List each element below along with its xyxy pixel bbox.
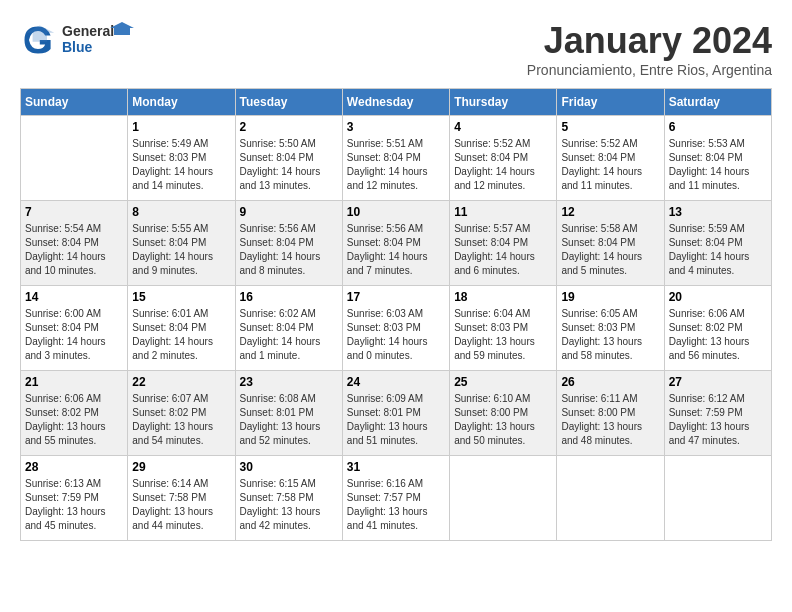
day-info: Sunrise: 5:56 AMSunset: 8:04 PMDaylight:… — [347, 222, 445, 278]
calendar-cell — [557, 456, 664, 541]
day-number: 16 — [240, 290, 338, 304]
day-info: Sunrise: 6:06 AMSunset: 8:02 PMDaylight:… — [25, 392, 123, 448]
day-info: Sunrise: 5:53 AMSunset: 8:04 PMDaylight:… — [669, 137, 767, 193]
day-info: Sunrise: 5:52 AMSunset: 8:04 PMDaylight:… — [561, 137, 659, 193]
week-row-3: 14Sunrise: 6:00 AMSunset: 8:04 PMDayligh… — [21, 286, 772, 371]
calendar-cell: 4Sunrise: 5:52 AMSunset: 8:04 PMDaylight… — [450, 116, 557, 201]
week-row-5: 28Sunrise: 6:13 AMSunset: 7:59 PMDayligh… — [21, 456, 772, 541]
day-number: 5 — [561, 120, 659, 134]
weekday-header-monday: Monday — [128, 89, 235, 116]
month-title: January 2024 — [527, 20, 772, 62]
calendar-cell: 23Sunrise: 6:08 AMSunset: 8:01 PMDayligh… — [235, 371, 342, 456]
location: Pronunciamiento, Entre Rios, Argentina — [527, 62, 772, 78]
day-info: Sunrise: 5:49 AMSunset: 8:03 PMDaylight:… — [132, 137, 230, 193]
day-number: 10 — [347, 205, 445, 219]
logo-icon — [20, 22, 56, 58]
day-number: 3 — [347, 120, 445, 134]
calendar-cell: 24Sunrise: 6:09 AMSunset: 8:01 PMDayligh… — [342, 371, 449, 456]
calendar-cell: 20Sunrise: 6:06 AMSunset: 8:02 PMDayligh… — [664, 286, 771, 371]
day-number: 31 — [347, 460, 445, 474]
calendar-cell: 8Sunrise: 5:55 AMSunset: 8:04 PMDaylight… — [128, 201, 235, 286]
day-number: 7 — [25, 205, 123, 219]
day-number: 15 — [132, 290, 230, 304]
day-number: 20 — [669, 290, 767, 304]
day-number: 4 — [454, 120, 552, 134]
day-info: Sunrise: 5:59 AMSunset: 8:04 PMDaylight:… — [669, 222, 767, 278]
calendar-cell: 22Sunrise: 6:07 AMSunset: 8:02 PMDayligh… — [128, 371, 235, 456]
calendar-cell — [450, 456, 557, 541]
calendar-cell: 14Sunrise: 6:00 AMSunset: 8:04 PMDayligh… — [21, 286, 128, 371]
day-number: 28 — [25, 460, 123, 474]
calendar-cell: 27Sunrise: 6:12 AMSunset: 7:59 PMDayligh… — [664, 371, 771, 456]
calendar-cell: 9Sunrise: 5:56 AMSunset: 8:04 PMDaylight… — [235, 201, 342, 286]
week-row-1: 1Sunrise: 5:49 AMSunset: 8:03 PMDaylight… — [21, 116, 772, 201]
calendar-cell: 1Sunrise: 5:49 AMSunset: 8:03 PMDaylight… — [128, 116, 235, 201]
weekday-header-tuesday: Tuesday — [235, 89, 342, 116]
day-info: Sunrise: 6:11 AMSunset: 8:00 PMDaylight:… — [561, 392, 659, 448]
day-number: 8 — [132, 205, 230, 219]
calendar-cell: 17Sunrise: 6:03 AMSunset: 8:03 PMDayligh… — [342, 286, 449, 371]
day-number: 11 — [454, 205, 552, 219]
calendar-cell — [21, 116, 128, 201]
calendar-cell: 30Sunrise: 6:15 AMSunset: 7:58 PMDayligh… — [235, 456, 342, 541]
calendar-cell: 11Sunrise: 5:57 AMSunset: 8:04 PMDayligh… — [450, 201, 557, 286]
calendar-cell: 19Sunrise: 6:05 AMSunset: 8:03 PMDayligh… — [557, 286, 664, 371]
day-number: 14 — [25, 290, 123, 304]
svg-text:Blue: Blue — [62, 39, 93, 55]
weekday-header-sunday: Sunday — [21, 89, 128, 116]
day-number: 26 — [561, 375, 659, 389]
day-info: Sunrise: 6:13 AMSunset: 7:59 PMDaylight:… — [25, 477, 123, 533]
day-info: Sunrise: 6:05 AMSunset: 8:03 PMDaylight:… — [561, 307, 659, 363]
day-info: Sunrise: 5:56 AMSunset: 8:04 PMDaylight:… — [240, 222, 338, 278]
day-info: Sunrise: 6:01 AMSunset: 8:04 PMDaylight:… — [132, 307, 230, 363]
calendar-cell: 3Sunrise: 5:51 AMSunset: 8:04 PMDaylight… — [342, 116, 449, 201]
day-number: 21 — [25, 375, 123, 389]
day-info: Sunrise: 6:15 AMSunset: 7:58 PMDaylight:… — [240, 477, 338, 533]
logo: General Blue — [20, 20, 142, 60]
day-info: Sunrise: 6:06 AMSunset: 8:02 PMDaylight:… — [669, 307, 767, 363]
day-info: Sunrise: 6:08 AMSunset: 8:01 PMDaylight:… — [240, 392, 338, 448]
day-number: 25 — [454, 375, 552, 389]
day-info: Sunrise: 5:57 AMSunset: 8:04 PMDaylight:… — [454, 222, 552, 278]
weekday-header-thursday: Thursday — [450, 89, 557, 116]
day-info: Sunrise: 6:10 AMSunset: 8:00 PMDaylight:… — [454, 392, 552, 448]
day-info: Sunrise: 5:55 AMSunset: 8:04 PMDaylight:… — [132, 222, 230, 278]
day-number: 6 — [669, 120, 767, 134]
day-info: Sunrise: 6:03 AMSunset: 8:03 PMDaylight:… — [347, 307, 445, 363]
day-number: 12 — [561, 205, 659, 219]
day-number: 2 — [240, 120, 338, 134]
week-row-4: 21Sunrise: 6:06 AMSunset: 8:02 PMDayligh… — [21, 371, 772, 456]
day-info: Sunrise: 6:04 AMSunset: 8:03 PMDaylight:… — [454, 307, 552, 363]
day-info: Sunrise: 5:50 AMSunset: 8:04 PMDaylight:… — [240, 137, 338, 193]
day-info: Sunrise: 5:54 AMSunset: 8:04 PMDaylight:… — [25, 222, 123, 278]
calendar-cell — [664, 456, 771, 541]
weekday-header-friday: Friday — [557, 89, 664, 116]
weekday-header-saturday: Saturday — [664, 89, 771, 116]
calendar-cell: 5Sunrise: 5:52 AMSunset: 8:04 PMDaylight… — [557, 116, 664, 201]
day-number: 1 — [132, 120, 230, 134]
day-info: Sunrise: 6:00 AMSunset: 8:04 PMDaylight:… — [25, 307, 123, 363]
day-number: 24 — [347, 375, 445, 389]
day-info: Sunrise: 6:02 AMSunset: 8:04 PMDaylight:… — [240, 307, 338, 363]
day-number: 29 — [132, 460, 230, 474]
week-row-2: 7Sunrise: 5:54 AMSunset: 8:04 PMDaylight… — [21, 201, 772, 286]
calendar-cell: 15Sunrise: 6:01 AMSunset: 8:04 PMDayligh… — [128, 286, 235, 371]
calendar-cell: 31Sunrise: 6:16 AMSunset: 7:57 PMDayligh… — [342, 456, 449, 541]
day-number: 9 — [240, 205, 338, 219]
day-number: 19 — [561, 290, 659, 304]
title-block: January 2024 Pronunciamiento, Entre Rios… — [527, 20, 772, 78]
weekday-header-wednesday: Wednesday — [342, 89, 449, 116]
calendar-cell: 26Sunrise: 6:11 AMSunset: 8:00 PMDayligh… — [557, 371, 664, 456]
calendar-cell: 12Sunrise: 5:58 AMSunset: 8:04 PMDayligh… — [557, 201, 664, 286]
page-header: General Blue January 2024 Pronunciamient… — [20, 20, 772, 78]
calendar-cell: 18Sunrise: 6:04 AMSunset: 8:03 PMDayligh… — [450, 286, 557, 371]
calendar-cell: 21Sunrise: 6:06 AMSunset: 8:02 PMDayligh… — [21, 371, 128, 456]
day-number: 13 — [669, 205, 767, 219]
logo-text: General Blue — [62, 20, 142, 60]
calendar-cell: 2Sunrise: 5:50 AMSunset: 8:04 PMDaylight… — [235, 116, 342, 201]
svg-text:General: General — [62, 23, 114, 39]
day-info: Sunrise: 5:58 AMSunset: 8:04 PMDaylight:… — [561, 222, 659, 278]
calendar-cell: 13Sunrise: 5:59 AMSunset: 8:04 PMDayligh… — [664, 201, 771, 286]
day-number: 22 — [132, 375, 230, 389]
day-info: Sunrise: 6:07 AMSunset: 8:02 PMDaylight:… — [132, 392, 230, 448]
